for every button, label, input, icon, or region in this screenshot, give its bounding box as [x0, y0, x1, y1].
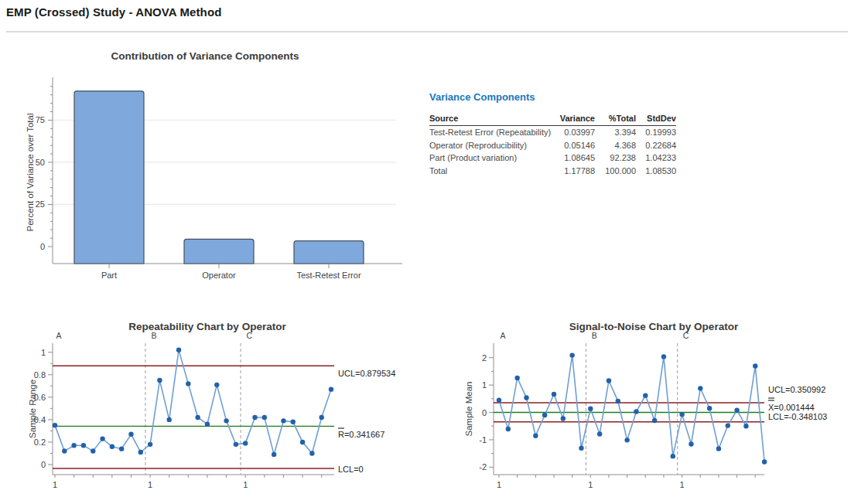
y-tick-label: 0.8 [34, 370, 46, 380]
data-point [205, 421, 210, 426]
data-point [53, 423, 57, 427]
data-point [62, 448, 67, 453]
operator-label: A [56, 331, 61, 340]
ucl-label: UCL=0.350992 [768, 385, 825, 394]
y-tick-label: 0.2 [34, 438, 46, 447]
category-label: Part [101, 271, 117, 280]
x-tick-label: 1 [497, 480, 501, 489]
operator-label: B [152, 331, 157, 340]
data-point [71, 443, 76, 448]
y-axis-label: Percent of Variance over Total [26, 114, 35, 232]
data-point [110, 444, 114, 449]
data-point [300, 440, 305, 444]
data-point [291, 420, 296, 424]
data-point [91, 448, 95, 453]
data-point [329, 387, 333, 391]
y-tick-label: 0 [41, 460, 46, 469]
data-point [176, 348, 181, 352]
variance-components-section: Variance Components SourceVariance%Total… [429, 91, 692, 177]
column-header: Variance [545, 112, 595, 126]
signal-to-noise-chart: Signal-to-Noise Chart by OperatorSample … [453, 315, 851, 504]
data-point [734, 407, 739, 412]
data-point [707, 406, 712, 410]
data-point [716, 446, 721, 451]
y-tick-label: 75 [36, 115, 45, 124]
table-cell: 0.19993 [636, 126, 676, 139]
data-point [588, 407, 593, 411]
variance-components-heading: Variance Components [429, 91, 692, 103]
title-divider [6, 31, 848, 32]
data-point [616, 399, 620, 404]
table-cell: Operator (Reproducibility) [429, 139, 545, 152]
data-point [542, 413, 547, 417]
bar [184, 239, 254, 264]
data-point [319, 415, 323, 420]
x-tick-label: 1 [148, 480, 152, 489]
data-point [671, 454, 675, 458]
lcl-label: LCL=0 [338, 465, 364, 474]
data-point [698, 386, 702, 390]
table-cell: 0.05146 [545, 139, 595, 152]
y-tick-label: 1 [482, 380, 487, 390]
data-point [597, 431, 602, 436]
data-point [643, 393, 648, 397]
y-tick-label: 25 [36, 199, 45, 209]
y-tick-label: 0 [40, 242, 45, 251]
data-point [552, 392, 556, 397]
table-row: Part (Product variation)1.0864592.2381.0… [429, 152, 676, 165]
category-label: Test-Retest Error [296, 271, 361, 280]
center-label: R=0.341667 [338, 430, 384, 439]
y-tick-label: 0.6 [34, 393, 46, 402]
data-point [234, 442, 238, 447]
y-tick-label: -2 [479, 462, 487, 472]
table-cell: 1.08645 [545, 152, 595, 165]
x-tick-label: 1 [53, 480, 57, 489]
table-row: Test-Retest Error (Repeatability)0.03997… [429, 126, 676, 139]
data-point [579, 446, 583, 451]
data-line [499, 356, 764, 462]
data-point [743, 424, 748, 428]
data-point [224, 418, 228, 423]
rchart-svg: Repeatability Chart by OperatorSample Ra… [12, 315, 433, 504]
data-point [762, 459, 767, 464]
data-point [533, 433, 538, 438]
y-tick-label: 50 [36, 158, 45, 167]
data-point [195, 415, 200, 420]
data-point [138, 450, 143, 455]
ucl-label: UCL=0.879534 [338, 369, 395, 378]
bar [294, 241, 364, 264]
x-tick-label: 1 [588, 480, 593, 489]
data-point [148, 442, 152, 447]
center-label: X=0.001444 [768, 403, 815, 412]
data-point [726, 423, 730, 427]
bar [74, 91, 144, 264]
table-cell: Total [429, 165, 545, 178]
data-point [272, 452, 276, 457]
y-tick-label: 0 [482, 408, 487, 417]
data-point [524, 395, 528, 400]
data-point [281, 418, 285, 423]
table-cell: 92.238 [595, 152, 636, 165]
chart-title: Contribution of Variance Components [111, 50, 299, 62]
data-point [652, 418, 657, 423]
data-point [157, 378, 162, 383]
repeatability-chart: Repeatability Chart by OperatorSample Ra… [12, 315, 433, 504]
x-tick-label: 1 [680, 480, 685, 489]
table-row: Operator (Reproducibility)0.051464.3680.… [429, 139, 676, 152]
data-point [309, 451, 314, 455]
data-point [262, 415, 267, 420]
table-cell: 0.03997 [545, 126, 595, 139]
data-point [167, 417, 172, 422]
table-cell: 1.17788 [545, 165, 595, 178]
data-point [214, 383, 219, 387]
table-header-row: SourceVariance%TotalStdDev [429, 112, 676, 126]
data-point [119, 446, 124, 451]
data-point [243, 441, 248, 445]
data-point [252, 415, 257, 420]
x-tick-label: 1 [243, 480, 248, 489]
data-point [506, 427, 511, 431]
data-point [634, 409, 638, 414]
operator-label: C [246, 331, 252, 340]
y-axis-label: Sample Range [28, 380, 37, 438]
table-cell: 4.368 [595, 139, 636, 152]
